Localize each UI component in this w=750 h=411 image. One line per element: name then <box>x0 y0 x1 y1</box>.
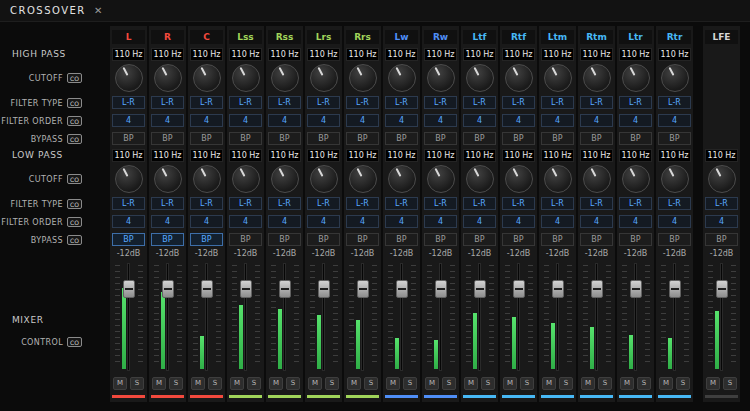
hp-bypass-button[interactable]: BP <box>112 132 145 145</box>
hp-cutoff-knob[interactable] <box>154 64 182 92</box>
hp-filter-order-button[interactable]: 4 <box>463 114 496 127</box>
fader[interactable] <box>707 261 737 373</box>
lp-bypass-button[interactable]: BP <box>502 233 535 246</box>
fader-value[interactable]: -12dB <box>656 249 693 259</box>
hp-bypass-button[interactable]: BP <box>658 132 691 145</box>
lp-filter-type-button[interactable]: L-R <box>502 197 535 210</box>
solo-button[interactable]: S <box>676 377 690 390</box>
hp-cutoff-knob[interactable] <box>349 64 377 92</box>
lp-filter-order-button[interactable]: 4 <box>112 215 145 228</box>
lp-cutoff-value[interactable]: 110 Hz <box>112 149 145 162</box>
fader[interactable] <box>582 261 612 373</box>
lp-cutoff-value[interactable]: 110 Hz <box>385 149 418 162</box>
fader[interactable] <box>309 261 339 373</box>
hp-cutoff-value[interactable]: 110 Hz <box>307 48 340 61</box>
hp-filter-order-button[interactable]: 4 <box>541 114 574 127</box>
fader-handle[interactable] <box>630 280 642 298</box>
lp-filter-order-button[interactable]: 4 <box>541 215 574 228</box>
fader[interactable] <box>504 261 534 373</box>
hp-filter-type-button[interactable]: L-R <box>112 96 145 109</box>
hp-bypass-button[interactable]: BP <box>424 132 457 145</box>
lp-bypass-button[interactable]: BP <box>190 233 223 246</box>
lp-cutoff-value[interactable]: 110 Hz <box>268 149 301 162</box>
hp-filter-type-button[interactable]: L-R <box>385 96 418 109</box>
hp-cutoff-value[interactable]: 110 Hz <box>502 48 535 61</box>
fader-handle[interactable] <box>591 280 603 298</box>
solo-button[interactable]: S <box>559 377 573 390</box>
hp-cutoff-knob[interactable] <box>271 64 299 92</box>
lp-cutoff-knob[interactable] <box>661 165 689 193</box>
lp-filter-order-button[interactable]: 4 <box>424 215 457 228</box>
hp-filter-type-button[interactable]: L-R <box>463 96 496 109</box>
fader[interactable] <box>387 261 417 373</box>
hp-cutoff-knob[interactable] <box>193 64 221 92</box>
hp-cutoff-knob[interactable] <box>505 64 533 92</box>
lp-bypass-button[interactable]: BP <box>463 233 496 246</box>
lp-cutoff-knob[interactable] <box>622 165 650 193</box>
co-badge[interactable]: CO <box>67 235 82 245</box>
lp-bypass-button[interactable]: BP <box>229 233 262 246</box>
lp-filter-order-button[interactable]: 4 <box>658 215 691 228</box>
hp-cutoff-value[interactable]: 110 Hz <box>541 48 574 61</box>
lp-bypass-button[interactable]: BP <box>705 233 738 246</box>
hp-filter-order-button[interactable]: 4 <box>502 114 535 127</box>
fader[interactable] <box>114 261 144 373</box>
close-icon[interactable]: ✕ <box>90 0 106 22</box>
lp-bypass-button[interactable]: BP <box>580 233 613 246</box>
hp-cutoff-value[interactable]: 110 Hz <box>268 48 301 61</box>
hp-cutoff-knob[interactable] <box>232 64 260 92</box>
hp-filter-type-button[interactable]: L-R <box>229 96 262 109</box>
fader-handle[interactable] <box>513 280 525 298</box>
fader[interactable] <box>660 261 690 373</box>
fader-value[interactable]: -12dB <box>422 249 459 259</box>
lp-filter-type-button[interactable]: L-R <box>385 197 418 210</box>
mute-button[interactable]: M <box>581 377 595 390</box>
lp-bypass-button[interactable]: BP <box>385 233 418 246</box>
lp-filter-type-button[interactable]: L-R <box>541 197 574 210</box>
hp-cutoff-knob[interactable] <box>388 64 416 92</box>
fader-handle[interactable] <box>396 280 408 298</box>
co-badge[interactable]: CO <box>67 337 82 347</box>
lp-cutoff-knob[interactable] <box>115 165 143 193</box>
fader-handle[interactable] <box>435 280 447 298</box>
mute-button[interactable]: M <box>308 377 322 390</box>
solo-button[interactable]: S <box>247 377 261 390</box>
fader-handle[interactable] <box>474 280 486 298</box>
hp-filter-order-button[interactable]: 4 <box>580 114 613 127</box>
lp-filter-order-button[interactable]: 4 <box>190 215 223 228</box>
lp-cutoff-value[interactable]: 110 Hz <box>424 149 457 162</box>
hp-cutoff-value[interactable]: 110 Hz <box>658 48 691 61</box>
lp-cutoff-knob[interactable] <box>154 165 182 193</box>
lp-filter-type-button[interactable]: L-R <box>151 197 184 210</box>
hp-filter-order-button[interactable]: 4 <box>385 114 418 127</box>
hp-bypass-button[interactable]: BP <box>346 132 379 145</box>
co-badge[interactable]: CO <box>67 199 82 209</box>
lp-filter-type-button[interactable]: L-R <box>346 197 379 210</box>
lp-cutoff-value[interactable]: 110 Hz <box>502 149 535 162</box>
lp-bypass-button[interactable]: BP <box>346 233 379 246</box>
fader-value[interactable]: -12dB <box>617 249 654 259</box>
fader-value[interactable]: -12dB <box>383 249 420 259</box>
lp-filter-order-button[interactable]: 4 <box>268 215 301 228</box>
lp-filter-order-button[interactable]: 4 <box>229 215 262 228</box>
lp-filter-type-button[interactable]: L-R <box>229 197 262 210</box>
hp-cutoff-knob[interactable] <box>661 64 689 92</box>
solo-button[interactable]: S <box>286 377 300 390</box>
mute-button[interactable]: M <box>503 377 517 390</box>
hp-cutoff-knob[interactable] <box>310 64 338 92</box>
lp-cutoff-value[interactable]: 110 Hz <box>190 149 223 162</box>
hp-cutoff-knob[interactable] <box>583 64 611 92</box>
fader-value[interactable]: -12dB <box>266 249 303 259</box>
fader-value[interactable]: -12dB <box>305 249 342 259</box>
mute-button[interactable]: M <box>464 377 478 390</box>
lp-filter-order-button[interactable]: 4 <box>619 215 652 228</box>
solo-button[interactable]: S <box>723 377 737 390</box>
lp-filter-type-button[interactable]: L-R <box>580 197 613 210</box>
fader-value[interactable]: -12dB <box>703 249 740 259</box>
lp-filter-type-button[interactable]: L-R <box>307 197 340 210</box>
lp-bypass-button[interactable]: BP <box>619 233 652 246</box>
lp-filter-order-button[interactable]: 4 <box>705 215 738 228</box>
lp-bypass-button[interactable]: BP <box>151 233 184 246</box>
lp-cutoff-knob[interactable] <box>544 165 572 193</box>
hp-filter-type-button[interactable]: L-R <box>658 96 691 109</box>
